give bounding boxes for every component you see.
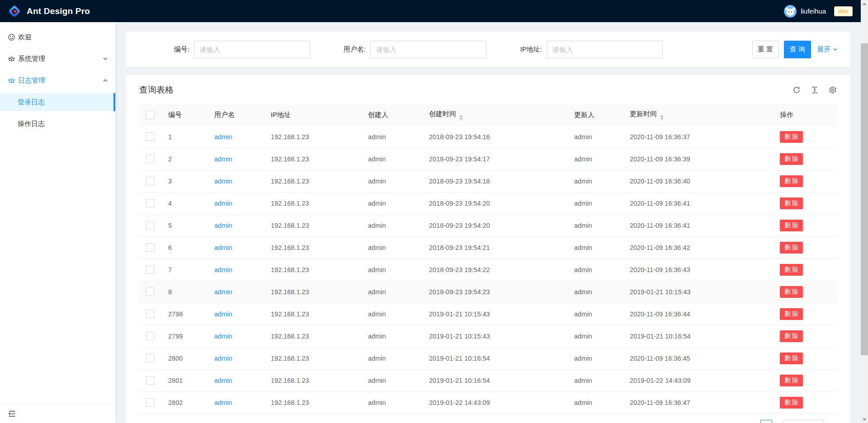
cell-username: admin (207, 236, 264, 258)
scrollbar-thumb[interactable] (861, 43, 868, 355)
cell-action: 删 除 (773, 281, 837, 303)
username-link[interactable]: admin (214, 244, 232, 251)
filter-field-number: 编号: (134, 41, 310, 58)
username-link[interactable]: admin (214, 266, 232, 273)
cell-updater: admin (567, 325, 623, 347)
username-link[interactable]: admin (214, 333, 232, 340)
sorter-icon[interactable] (660, 115, 664, 120)
row-checkbox[interactable] (146, 199, 155, 207)
username-link[interactable]: admin (214, 155, 232, 163)
column-label: 更新人 (574, 111, 594, 118)
chevron-down-icon (103, 56, 108, 61)
delete-button[interactable]: 删 除 (780, 153, 803, 165)
table-toolbar: 查询表格 (139, 75, 837, 104)
cell-updater: admin (567, 214, 623, 236)
row-checkbox[interactable] (146, 155, 155, 163)
delete-button[interactable]: 删 除 (780, 352, 803, 364)
sidebar-item-label: 日志管理 (18, 76, 45, 85)
cell-ip: 192.168.1.23 (264, 281, 361, 303)
row-checkbox[interactable] (146, 354, 155, 362)
select-all-cell (139, 104, 161, 126)
username-link[interactable]: admin (214, 288, 232, 296)
delete-button[interactable]: 删 除 (780, 397, 803, 409)
delete-button[interactable]: 删 除 (780, 220, 803, 231)
scrollbar-up-arrow[interactable] (861, 0, 868, 7)
row-checkbox[interactable] (146, 221, 155, 230)
delete-button[interactable]: 删 除 (780, 131, 803, 143)
cell-updated_at: 2020-11-09 16:36:45 (623, 347, 773, 369)
cell-updated_at: 2020-11-09 16:36:40 (623, 170, 773, 192)
cell-id: 2800 (161, 347, 207, 369)
delete-button[interactable]: 删 除 (780, 330, 803, 342)
sidebar-item-日志管理[interactable]: 日志管理 (0, 71, 115, 89)
username-link[interactable]: admin (214, 310, 232, 318)
table-card: 查询表格 (126, 75, 850, 423)
row-checkbox[interactable] (146, 177, 155, 185)
row-checkbox[interactable] (146, 310, 155, 318)
number-input[interactable] (194, 41, 310, 58)
sidebar-item-登录日志[interactable]: 登录日志 (0, 93, 115, 111)
delete-button[interactable]: 删 除 (780, 175, 803, 187)
menu-fold-icon[interactable] (8, 409, 16, 418)
row-checkbox[interactable] (146, 243, 155, 252)
expand-link[interactable]: 展开 (817, 45, 838, 54)
pagination-page-1[interactable] (760, 420, 772, 423)
row-checkbox[interactable] (146, 398, 155, 407)
row-checkbox[interactable] (146, 376, 155, 385)
sidebar-item-label: 登录日志 (18, 98, 45, 107)
scrollbar-down-arrow[interactable] (861, 416, 868, 423)
table-row: 2admin192.168.1.23admin2018-09-23 19:54:… (139, 148, 837, 170)
smile-icon (8, 33, 15, 41)
app-title: Ant Design Pro (27, 6, 90, 16)
sorter-icon[interactable] (459, 115, 463, 120)
column-header-creator: 创建人 (361, 104, 422, 126)
column-header-created_at[interactable]: 创建时间 (422, 104, 567, 126)
username-link[interactable]: admin (214, 178, 232, 185)
row-checkbox[interactable] (146, 265, 155, 274)
username-link[interactable]: admin (214, 377, 232, 384)
column-header-updated_at[interactable]: 更新时间 (623, 104, 773, 126)
logo[interactable]: Ant Design Pro (8, 5, 90, 18)
cell-ip: 192.168.1.23 (264, 170, 361, 192)
delete-button[interactable]: 删 除 (780, 308, 803, 320)
sidebar: 欢迎系统管理日志管理登录日志操作日志 (0, 22, 115, 423)
delete-button[interactable]: 删 除 (780, 375, 803, 386)
cell-created_at: 2019-01-21 10:15:43 (422, 303, 567, 325)
username-link[interactable]: admin (214, 222, 232, 229)
row-checkbox[interactable] (146, 332, 155, 340)
delete-button[interactable]: 删 除 (780, 286, 803, 298)
setting-icon[interactable] (829, 86, 837, 94)
select-all-checkbox[interactable] (146, 111, 155, 119)
sidebar-item-label: 系统管理 (18, 55, 45, 63)
row-checkbox[interactable] (146, 132, 155, 141)
username-link[interactable]: admin (214, 200, 232, 207)
delete-button[interactable]: 删 除 (780, 242, 803, 254)
username-link[interactable]: admin (214, 133, 232, 141)
username-link[interactable]: admin (214, 355, 232, 362)
ip-input[interactable] (547, 41, 663, 58)
sidebar-item-操作日志[interactable]: 操作日志 (0, 115, 115, 133)
row-checkbox[interactable] (146, 287, 155, 296)
table-row: 2802admin192.168.1.23admin2019-01-22 14:… (139, 391, 837, 414)
cell-creator: admin (361, 214, 422, 236)
cell-ip: 192.168.1.23 (264, 303, 361, 325)
delete-button[interactable]: 删 除 (780, 264, 803, 276)
page-size-select[interactable] (783, 420, 824, 423)
cell-created_at: 2018-09-23 19:54:18 (422, 170, 567, 192)
user-name: liufeihua (801, 7, 826, 15)
search-button[interactable]: 查 询 (784, 41, 811, 58)
cell-creator: admin (361, 281, 422, 303)
vertical-scrollbar[interactable] (861, 0, 868, 423)
reload-icon[interactable] (793, 86, 801, 94)
reset-button[interactable]: 重 置 (752, 41, 778, 58)
username-link[interactable]: admin (214, 399, 232, 406)
column-height-icon[interactable] (811, 86, 819, 94)
sidebar-item-欢迎[interactable]: 欢迎 (0, 28, 115, 46)
delete-button[interactable]: 删 除 (780, 197, 803, 209)
username-input[interactable] (370, 41, 486, 58)
cell-creator: admin (361, 192, 422, 214)
user-menu[interactable]: liufeihua (782, 5, 828, 18)
sidebar-item-系统管理[interactable]: 系统管理 (0, 50, 115, 68)
column-label: 更新时间 (630, 110, 657, 118)
cell-id: 2799 (161, 325, 207, 347)
